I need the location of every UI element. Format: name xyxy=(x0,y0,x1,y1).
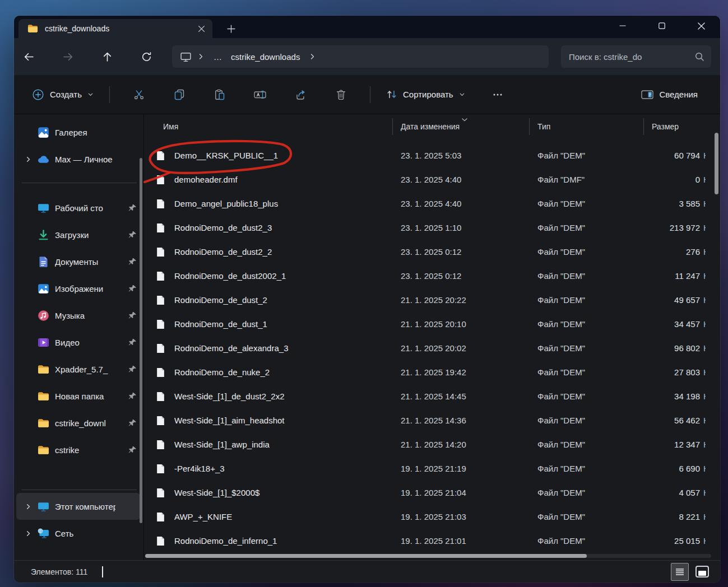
file-row[interactable]: RodnoiDemo_de_dust_221. 1. 2025 20:22Фай… xyxy=(144,288,720,312)
file-row[interactable]: West-Side_[1]_aim_headshot21. 1. 2025 14… xyxy=(144,408,720,432)
more-options-button[interactable] xyxy=(485,82,510,107)
column-header-type[interactable]: Тип xyxy=(530,119,644,134)
file-row[interactable]: Demo__KRSK_PUBLIC__123. 1. 2025 5:03Файл… xyxy=(144,143,720,167)
plus-circle-icon xyxy=(32,88,44,101)
network-icon xyxy=(37,527,49,539)
vertical-scrollbar[interactable] xyxy=(715,133,718,194)
close-button[interactable] xyxy=(683,16,719,36)
file-icon xyxy=(156,488,174,498)
file-icon xyxy=(156,271,174,281)
delete-button[interactable] xyxy=(328,82,353,107)
file-row[interactable]: RodnoiDemo_de_dust2002_123. 1. 2025 0:12… xyxy=(144,264,720,288)
file-row[interactable]: demoheader.dmf23. 1. 2025 4:40Файл "DMF"… xyxy=(144,167,720,192)
new-button[interactable]: Создать xyxy=(25,82,100,107)
file-size: 96 802 xyxy=(644,343,700,353)
file-row[interactable]: West-Side_[1]_$2000$19. 1. 2025 21:04Фай… xyxy=(144,481,720,505)
sidebar-items: ГалереяMax — ЛичноеРабочий стоЗагрузкиДо… xyxy=(14,119,143,547)
file-row[interactable]: West-Side_[1]_awp_india21. 1. 2025 14:20… xyxy=(144,432,720,456)
forward-button[interactable] xyxy=(57,45,79,68)
minimize-button[interactable] xyxy=(605,16,641,36)
sidebar-item-музыка[interactable]: Музыка xyxy=(16,302,140,329)
column-header-name[interactable]: Имя xyxy=(144,119,393,134)
sidebar-item-cstrike[interactable]: cstrike xyxy=(16,436,140,463)
details-view-button[interactable] xyxy=(671,563,689,581)
file-name: Demo_angel_public18_plus xyxy=(174,199,393,208)
file-name: demoheader.dmf xyxy=(174,175,393,184)
file-row[interactable]: RodnoiDemo_de_alexandra_321. 1. 2025 20:… xyxy=(144,336,720,360)
file-name: RodnoiDemo_de_dust2_2 xyxy=(174,247,393,257)
file-icon xyxy=(156,440,174,450)
share-button[interactable] xyxy=(288,82,313,107)
breadcrumb-current[interactable]: cstrike_downloads xyxy=(228,52,303,62)
refresh-button[interactable] xyxy=(135,45,157,68)
file-type: Файл "DEM" xyxy=(530,536,644,546)
tab-title: cstrike_downloads xyxy=(45,24,188,33)
file-size-unit-clipped: КБ xyxy=(703,223,706,232)
documents-icon xyxy=(37,255,49,268)
view-toggles xyxy=(671,563,711,581)
file-row[interactable]: RodnoiDemo_de_inferno_119. 1. 2025 21:01… xyxy=(144,529,720,553)
sidebar-scrollbar[interactable] xyxy=(140,158,142,523)
file-size: 27 803 xyxy=(644,367,700,377)
sidebar-item-этот-компьютер[interactable]: Этот компьютер xyxy=(16,493,140,520)
tab-close-icon[interactable] xyxy=(194,22,208,35)
sidebar-item-label: Загрузки xyxy=(55,230,115,240)
file-size-unit-clipped: КБ xyxy=(703,151,706,160)
file-row[interactable]: RodnoiDemo_de_dust2_223. 1. 2025 0:12Фай… xyxy=(144,240,720,264)
paste-button[interactable] xyxy=(207,82,232,107)
file-date-modified: 21. 1. 2025 20:02 xyxy=(393,343,530,353)
file-icon xyxy=(156,319,174,329)
details-pane-button[interactable]: Сведения xyxy=(636,82,703,107)
tab-cstrike-downloads[interactable]: cstrike_downloads xyxy=(18,19,212,38)
desktop-wallpaper: { "window": { "tab_title": "cstrike_down… xyxy=(0,0,728,587)
up-button[interactable] xyxy=(96,45,118,68)
file-row[interactable]: Demo_angel_public18_plus23. 1. 2025 4:40… xyxy=(144,192,720,216)
sidebar-item-label: Видео xyxy=(55,338,115,347)
sidebar-item-xpadder-5-7[interactable]: Xpadder_5.7_ xyxy=(16,356,140,383)
pin-icon xyxy=(127,258,138,266)
column-header-size[interactable]: Размер xyxy=(644,119,720,134)
sidebar-item-документы[interactable]: Документы xyxy=(16,248,140,275)
horizontal-scrollbar[interactable] xyxy=(145,554,711,558)
file-date-modified: 21. 1. 2025 14:20 xyxy=(393,440,530,449)
file-type: Файл "DEM" xyxy=(530,271,644,281)
address-bar[interactable]: … cstrike_downloads xyxy=(172,45,549,68)
search-input[interactable] xyxy=(569,52,694,62)
rename-button[interactable] xyxy=(248,82,272,107)
file-row[interactable]: West-Side_[1]_de_dust2_2x221. 1. 2025 14… xyxy=(144,384,720,408)
sidebar-item-загрузки[interactable]: Загрузки xyxy=(16,221,140,248)
breadcrumb-ellipsis[interactable]: … xyxy=(210,52,225,62)
file-row[interactable]: RodnoiDemo_de_dust_121. 1. 2025 20:10Фай… xyxy=(144,312,720,336)
new-tab-button[interactable] xyxy=(221,19,240,38)
horizontal-scrollbar-thumb[interactable] xyxy=(145,554,587,558)
this-pc-icon[interactable] xyxy=(180,52,192,62)
chevron-right-icon[interactable] xyxy=(21,504,35,510)
search-icon[interactable] xyxy=(694,52,704,62)
chevron-right-icon[interactable] xyxy=(21,156,35,162)
sidebar-item-галерея[interactable]: Галерея xyxy=(16,119,140,146)
search-box[interactable] xyxy=(561,45,711,68)
file-row[interactable]: AWP_+_KNIFE19. 1. 2025 21:03Файл "DEM"8 … xyxy=(144,505,720,529)
sort-button-label: Сортировать xyxy=(403,90,453,99)
file-row[interactable]: -Per4ik18+_319. 1. 2025 21:19Файл "DEM"6… xyxy=(144,456,720,481)
content-view-button[interactable] xyxy=(693,563,711,581)
sidebar-item-max-личное[interactable]: Max — Личное xyxy=(16,146,140,173)
sidebar-item-изображени[interactable]: Изображени xyxy=(16,275,140,302)
sidebar-item-новая-папка[interactable]: Новая папка xyxy=(16,383,140,409)
file-row[interactable]: RodnoiDemo_de_nuke_221. 1. 2025 19:42Фай… xyxy=(144,360,720,384)
sidebar-item-сеть[interactable]: Сеть xyxy=(16,520,140,547)
sidebar-item-видео[interactable]: Видео xyxy=(16,329,140,356)
details-pane-label: Сведения xyxy=(659,90,698,99)
breadcrumb-chevron-icon[interactable] xyxy=(305,53,319,60)
sidebar-item-рабочий-сто[interactable]: Рабочий сто xyxy=(16,194,140,221)
sidebar-item-cstrike-downl[interactable]: cstrike_downl xyxy=(16,409,140,436)
file-size: 3 585 xyxy=(644,199,700,208)
back-button[interactable] xyxy=(17,45,40,68)
file-row[interactable]: RodnoiDemo_de_dust2_323. 1. 2025 1:10Фай… xyxy=(144,216,720,240)
chevron-right-icon[interactable] xyxy=(21,530,35,537)
maximize-button[interactable] xyxy=(644,16,680,36)
copy-button[interactable] xyxy=(167,82,192,107)
cut-button[interactable] xyxy=(127,82,151,107)
file-date-modified: 23. 1. 2025 5:03 xyxy=(393,151,530,160)
sort-button[interactable]: Сортировать xyxy=(379,82,472,107)
